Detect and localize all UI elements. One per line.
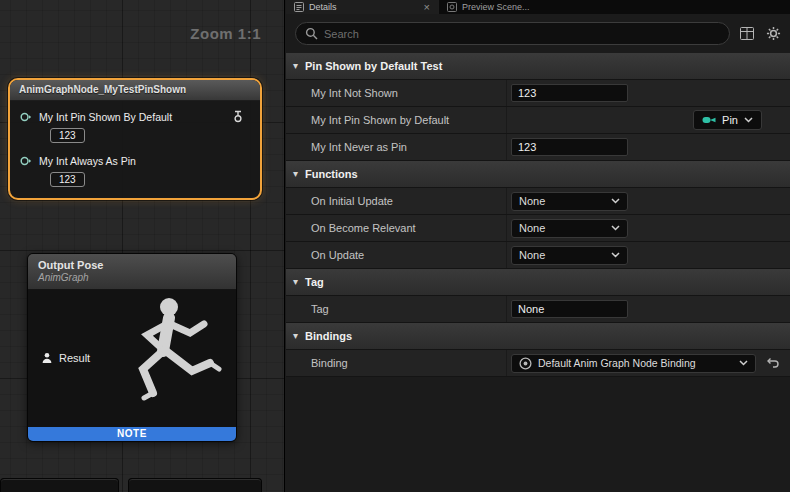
search-icon: [305, 27, 318, 40]
node-title: Output Pose: [38, 259, 226, 271]
property-value-area: None: [506, 215, 790, 241]
category-pin-shown-by-default-test[interactable]: ▾ Pin Shown by Default Test: [286, 53, 790, 80]
property-label: My Int Pin Shown by Default: [286, 114, 506, 126]
unreal-editor-window: Zoom 1:1 AnimGraphNode_MyTestPinShown My…: [0, 0, 790, 492]
row-on-become-relevant: On Become Relevant None: [286, 215, 790, 242]
details-panel: Details × Preview Scene... ▾: [286, 0, 790, 492]
tab-details[interactable]: Details ×: [286, 0, 438, 14]
note-bar[interactable]: NOTE: [28, 427, 236, 441]
chevron-down-icon: ▾: [293, 61, 298, 71]
chevron-down-icon: [611, 198, 620, 204]
node-body: Result: [28, 290, 236, 427]
property-label: On Become Relevant: [286, 222, 506, 234]
row-on-update: On Update None: [286, 242, 790, 269]
anim-graph-canvas[interactable]: Zoom 1:1 AnimGraphNode_MyTestPinShown My…: [0, 0, 285, 492]
settings-button[interactable]: [764, 25, 782, 43]
result-pin-row[interactable]: Result: [41, 352, 90, 364]
chevron-down-icon: [739, 360, 748, 366]
pin-value-box[interactable]: 123: [50, 172, 85, 187]
tab-label: Preview Scene...: [462, 2, 530, 12]
pin-label: My Int Pin Shown By Default: [39, 111, 172, 123]
category-bindings[interactable]: ▾ Bindings: [286, 323, 790, 350]
tab-label: Details: [309, 2, 337, 12]
pin-icon: [702, 115, 716, 125]
reset-to-default-icon[interactable]: [765, 357, 779, 369]
property-label: Tag: [286, 303, 506, 315]
my-int-never-as-pin-input[interactable]: [511, 138, 628, 156]
property-list: ▾ Pin Shown by Default Test My Int Not S…: [286, 53, 790, 492]
chevron-down-icon: ▾: [293, 331, 298, 341]
pose-pin-icon: [41, 352, 53, 364]
partial-node[interactable]: [128, 478, 262, 492]
details-empty-area: [286, 377, 790, 492]
dropdown-value: None: [519, 222, 545, 234]
tab-preview-scene[interactable]: Preview Scene...: [438, 0, 638, 14]
pin-row: My Int Always As Pin: [20, 155, 252, 167]
input-pin-icon[interactable]: [20, 111, 32, 123]
binding-icon: [519, 357, 532, 370]
node-title: AnimGraphNode_MyTestPinShown: [19, 84, 186, 95]
preview-tab-icon: [447, 2, 457, 12]
node-header[interactable]: Output Pose AnimGraph: [28, 254, 236, 290]
chevron-down-icon: ▾: [293, 277, 298, 287]
partial-node[interactable]: [0, 478, 119, 492]
binding-dropdown[interactable]: Default Anim Graph Node Binding: [511, 354, 756, 373]
tag-input[interactable]: [511, 300, 628, 318]
tab-bar: Details × Preview Scene...: [286, 0, 790, 14]
node-body: My Int Pin Shown By Default 123 My Int A…: [10, 101, 260, 198]
pin-label: My Int Always As Pin: [39, 155, 136, 167]
property-label: My Int Never as Pin: [286, 141, 506, 153]
row-tag: Tag: [286, 296, 790, 323]
row-my-int-pin-shown-by-default: My Int Pin Shown by Default Pin: [286, 107, 790, 134]
output-pose-node[interactable]: Output Pose AnimGraph: [27, 253, 237, 442]
pin-row: My Int Pin Shown By Default: [20, 110, 252, 123]
property-label: On Initial Update: [286, 195, 506, 207]
details-tab-icon: [294, 2, 304, 12]
category-title: Functions: [305, 168, 358, 180]
pin-value-box[interactable]: 123: [50, 128, 85, 143]
on-update-dropdown[interactable]: None: [511, 246, 628, 265]
row-binding: Binding Default Anim Graph Node Binding: [286, 350, 790, 377]
close-icon[interactable]: ×: [424, 2, 430, 12]
my-int-not-shown-input[interactable]: [511, 84, 628, 102]
input-pin-icon[interactable]: [20, 155, 32, 167]
node-header[interactable]: AnimGraphNode_MyTestPinShown: [10, 80, 260, 101]
pin-visibility-button[interactable]: Pin: [693, 110, 762, 130]
on-become-relevant-dropdown[interactable]: None: [511, 219, 628, 238]
property-value-area: None: [506, 188, 790, 214]
dropdown-value: None: [519, 195, 545, 207]
chevron-down-icon: [744, 117, 753, 123]
promote-pin-icon[interactable]: [232, 110, 244, 123]
property-value-area: [506, 296, 790, 322]
node-subtitle: AnimGraph: [38, 272, 226, 283]
dropdown-value: Default Anim Graph Node Binding: [538, 357, 733, 369]
property-label: My Int Not Shown: [286, 87, 506, 99]
grid-icon: [740, 27, 754, 40]
view-options-button[interactable]: [738, 25, 756, 43]
property-value-area: [506, 134, 790, 160]
category-title: Tag: [305, 276, 324, 288]
row-my-int-never-as-pin: My Int Never as Pin: [286, 134, 790, 161]
property-label: Binding: [286, 357, 506, 369]
anim-graph-test-node[interactable]: AnimGraphNode_MyTestPinShown My Int Pin …: [8, 78, 262, 200]
on-initial-update-dropdown[interactable]: None: [511, 192, 628, 211]
gear-icon: [766, 26, 781, 41]
property-value-area: [506, 80, 790, 106]
chevron-down-icon: ▾: [293, 169, 298, 179]
property-label: On Update: [286, 249, 506, 261]
search-input[interactable]: [324, 28, 720, 40]
search-row: [286, 14, 790, 53]
property-value-area: None: [506, 242, 790, 268]
row-on-initial-update: On Initial Update None: [286, 188, 790, 215]
dropdown-value: None: [519, 249, 545, 261]
chevron-down-icon: [611, 252, 620, 258]
category-title: Bindings: [305, 330, 352, 342]
chevron-down-icon: [611, 225, 620, 231]
category-title: Pin Shown by Default Test: [305, 60, 442, 72]
category-functions[interactable]: ▾ Functions: [286, 161, 790, 188]
category-tag[interactable]: ▾ Tag: [286, 269, 790, 296]
pin-button-label: Pin: [722, 114, 738, 126]
property-value-area: Pin: [506, 107, 790, 133]
search-box[interactable]: [295, 22, 730, 45]
result-pin-label: Result: [59, 352, 90, 364]
